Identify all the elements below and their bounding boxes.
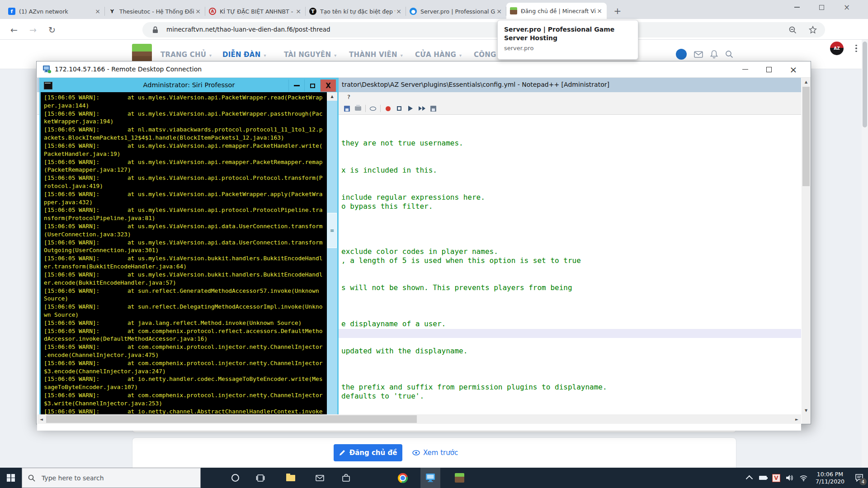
macro-save-icon[interactable] [429,104,437,113]
browser-tab[interactable]: f (1) AZvn network × [5,4,105,19]
mail-button[interactable] [310,468,330,488]
cmd-minimize-button[interactable] [288,80,304,92]
browser-tab[interactable]: ● Server.pro | Professional Gam × [406,4,506,19]
tab-close-icon[interactable]: × [495,8,503,15]
rdp-taskbar-button[interactable] [420,468,440,488]
cmd-scrollbar-thumb[interactable]: ≡ [327,213,337,248]
store-button[interactable] [336,468,356,488]
site-search-icon[interactable] [725,50,733,58]
post-thread-button[interactable]: Đăng chủ đề [334,444,402,461]
page-scrollbar[interactable] [862,40,868,468]
tab-close-icon[interactable]: × [94,8,101,15]
view-eye-icon[interactable] [369,104,377,113]
site-nav-item[interactable]: TÀI NGUYÊN [284,51,336,59]
back-button[interactable]: ← [7,23,21,37]
tab-close-icon[interactable]: × [596,7,603,14]
zoom-out-icon[interactable] [789,26,797,34]
task-view-icon [256,474,265,482]
site-nav-item[interactable]: CỬA HÀNG [415,51,462,59]
site-nav-item[interactable]: TRANG CHỦ [160,51,212,59]
ultraviewer-tray[interactable]: V [769,468,783,488]
rdp-horizontal-scrollbar[interactable]: ◄ ► [37,414,801,424]
config-line: the prefix and suffix from permission pl… [341,383,607,392]
task-view-button[interactable] [250,468,270,488]
cmd-title-bar[interactable]: Administrator: Siri Professor X [41,79,337,92]
macro-stop-icon[interactable] [395,104,403,113]
tab-title: Server.pro | Professional Gam [420,8,495,15]
minimize-icon [794,7,800,8]
console-line: [15:06:05 WARN]: at us.myles.ViaVersion.… [44,158,330,166]
console-line: $3.write(ChannelInjector.java:253) [44,399,330,408]
config-line [341,310,607,319]
browser-close-button[interactable]: × [835,0,858,14]
scroll-down-icon[interactable]: ▼ [802,406,811,414]
browser-tab[interactable]: A KÍ TỰ ĐẶC BIỆT ANHNBT - #1 × [205,4,306,19]
browser-minimize-button[interactable] [786,0,808,14]
browser-tab[interactable]: Đăng chủ đề | Minecraft Việt × [506,3,607,19]
scroll-up-icon[interactable]: ▲ [327,92,337,101]
scroll-right-icon[interactable]: ► [793,414,801,424]
cmd-close-button[interactable]: X [320,80,336,92]
eye-icon [412,450,420,455]
minecraft-icon [455,473,464,483]
config-line: s will not be shown. This prevents playe… [341,283,607,292]
tab-close-icon[interactable]: × [395,8,402,15]
rdp-vertical-scrollbar[interactable]: ▲ ▼ [802,78,811,414]
taskbar-clock[interactable]: 10:06 PM 7/11/2020 [810,471,850,485]
rdp-title-bar[interactable]: 172.104.57.166 - Remote Desktop Connecti… [37,61,811,78]
tab-close-icon[interactable]: × [295,8,302,15]
macro-record-icon[interactable] [384,104,392,113]
action-center-button[interactable]: 4 [850,468,868,488]
network-status[interactable] [797,468,810,488]
start-button[interactable] [0,468,22,488]
console-line: [15:06:05 WARN]: at com.comphenix.protoc… [44,343,330,351]
hidden-icons-chevron[interactable] [742,468,756,488]
browser-tab[interactable]: T Tạo tên kí tự đặc biệt đẹp và × [306,4,406,19]
tab-close-icon[interactable]: × [194,8,202,15]
inbox-envelope-icon[interactable] [694,51,703,58]
file-explorer-button[interactable] [281,468,301,488]
cmd-restore-button[interactable] [304,80,320,92]
print-icon[interactable] [354,104,362,113]
site-nav-item[interactable]: THÀNH VIÊN [349,51,403,59]
rdp-close-button[interactable]: × [783,61,804,77]
scroll-left-icon[interactable]: ◄ [37,414,46,424]
forward-button[interactable]: → [26,23,40,37]
address-bar[interactable]: minecraftvn.net/thao-luan-ve-dien-dan.f6… [142,22,825,38]
minecraft-taskbar-button[interactable] [449,468,469,488]
chrome-taskbar-button[interactable] [393,468,413,488]
config-line [341,301,607,310]
page-scrollbar-thumb[interactable] [863,42,867,127]
scroll-up-icon[interactable]: ▲ [802,78,811,86]
console-line: ackets.BlockItemPackets1_12$4$1.handle(B… [44,134,330,142]
browser-tab[interactable]: Y Thesieutoc - Hệ Thống Đổi T × [105,4,205,19]
preview-button[interactable]: Xem trước [412,448,458,458]
new-tab-button[interactable]: + [611,5,624,17]
rdp-hscroll-thumb[interactable] [46,415,417,423]
macro-run-multiple-icon[interactable] [418,104,426,113]
config-line [341,265,607,274]
rdp-vscroll-thumb[interactable] [802,87,810,186]
alerts-bell-icon[interactable] [710,50,718,58]
cmd-scrollbar[interactable]: ▲ ≡ [327,92,337,422]
site-nav-item[interactable]: DIỄN ĐÀN [222,51,266,59]
padlock-icon[interactable] [152,26,158,33]
cortana-button[interactable] [225,468,245,488]
profile-avatar[interactable]: AZ [830,42,844,55]
browser-menu-icon[interactable] [852,42,861,54]
console-line: [15:06:05 WARN]: at us.myles.ViaVersion.… [44,110,330,118]
notepad-help-menu[interactable]: ? [347,94,350,100]
battery-status[interactable] [756,468,769,488]
user-avatar-icon[interactable] [676,49,687,60]
volume-control[interactable] [783,468,797,488]
taskbar-search-box[interactable]: Type here to search [22,468,201,488]
bookmark-star-icon[interactable] [809,26,817,34]
browser-maximize-button[interactable] [810,0,833,14]
config-line [341,175,607,184]
config-line: o bypass this filter. [341,202,607,211]
save-icon[interactable] [343,104,351,113]
rdp-minimize-button[interactable] [734,61,756,77]
rdp-maximize-button[interactable] [758,61,780,77]
reload-button[interactable]: ↻ [45,23,59,37]
macro-play-icon[interactable] [406,104,415,113]
